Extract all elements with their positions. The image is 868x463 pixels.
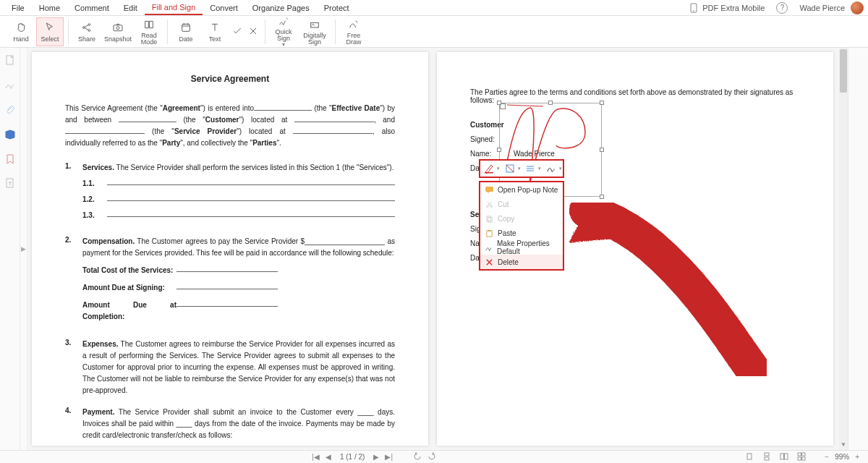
- workspace: ▶ Service Agreement This Service Agreeme…: [0, 48, 868, 450]
- ribbon: Hand Select Share Snapshot Read Mode Dat…: [0, 16, 868, 48]
- page-1: Service Agreement This Service Agreement…: [32, 52, 428, 446]
- svg-rect-25: [780, 454, 784, 459]
- cut-icon: [485, 200, 493, 208]
- delete-icon: [485, 258, 493, 266]
- menu-home[interactable]: Home: [32, 1, 67, 14]
- checkmark-button[interactable]: [230, 17, 244, 46]
- share-button[interactable]: Share: [73, 17, 101, 46]
- first-page-button[interactable]: |◀: [309, 453, 323, 461]
- svg-rect-5: [114, 25, 122, 30]
- svg-point-2: [83, 26, 85, 28]
- menu-edit[interactable]: Edit: [116, 1, 145, 14]
- view-two-continuous[interactable]: [794, 452, 809, 462]
- note-icon: [485, 185, 493, 194]
- svg-rect-14: [485, 172, 493, 174]
- vertical-scrollbar[interactable]: ▲ ▼: [839, 48, 848, 450]
- menu-fill-and-sign[interactable]: Fill and Sign: [145, 1, 203, 15]
- fill-color-tool[interactable]: [502, 162, 518, 175]
- right-panel-tabs: [848, 48, 868, 450]
- menu-comment[interactable]: Comment: [67, 1, 116, 14]
- pdf-extra-mobile[interactable]: PDF Extra Mobile: [684, 3, 770, 13]
- doc-intro: This Service Agreement (the "Agreement")…: [65, 103, 395, 149]
- digitally-sign-button[interactable]: Digitally Sign: [299, 17, 331, 46]
- last-page-button[interactable]: ▶|: [382, 453, 396, 461]
- export-panel-icon[interactable]: [4, 178, 16, 190]
- menu-protect[interactable]: Protect: [317, 1, 357, 14]
- svg-point-6: [116, 26, 119, 29]
- ctx-open-popup-note[interactable]: Open Pop-up Note: [480, 182, 563, 197]
- ctx-paste[interactable]: Paste: [480, 226, 563, 240]
- svg-rect-23: [765, 453, 769, 456]
- svg-point-3: [88, 23, 90, 25]
- view-continuous[interactable]: [760, 452, 774, 462]
- read-mode-button[interactable]: Read Mode: [135, 17, 163, 46]
- stroke-color-tool[interactable]: [481, 162, 497, 175]
- menu-convert[interactable]: Convert: [203, 1, 245, 14]
- ctx-copy[interactable]: Copy: [480, 211, 563, 226]
- bookmark-panel-icon[interactable]: [4, 153, 16, 165]
- context-menu: Open Pop-up Note Cut Copy Paste Make Pro…: [479, 181, 564, 271]
- annotation-toolbar: ▾ ▾ ▾ ▾: [479, 159, 564, 178]
- date-button[interactable]: Date: [172, 17, 200, 46]
- svg-rect-7: [182, 24, 190, 31]
- paste-icon: [485, 229, 493, 237]
- quick-sign-button[interactable]: Quick Sign▾: [270, 17, 297, 46]
- ctx-cut[interactable]: Cut: [480, 197, 563, 211]
- ctx-make-default[interactable]: Make Properties Default: [480, 240, 563, 255]
- view-single-page[interactable]: [742, 452, 757, 462]
- view-two-page[interactable]: [777, 452, 791, 462]
- document-area[interactable]: Service Agreement This Service Agreement…: [27, 48, 841, 450]
- left-collapse-handle[interactable]: ▶: [20, 48, 27, 450]
- left-panel-tabs: [0, 48, 20, 450]
- help-icon: ?: [776, 2, 788, 14]
- phone-icon: [689, 3, 698, 13]
- menu-file[interactable]: File: [4, 1, 32, 14]
- scroll-thumb[interactable]: [840, 49, 847, 93]
- svg-rect-20: [486, 230, 491, 236]
- svg-rect-19: [488, 217, 492, 221]
- properties-icon: [485, 243, 493, 252]
- rotate-right-button[interactable]: [425, 452, 439, 462]
- next-page-button[interactable]: ▶: [370, 453, 382, 461]
- copy-icon: [485, 214, 493, 223]
- avatar[interactable]: [851, 1, 864, 14]
- svg-rect-26: [785, 454, 788, 459]
- zoom-in-button[interactable]: +: [852, 453, 862, 461]
- svg-rect-21: [488, 229, 490, 231]
- zoom-out-button[interactable]: −: [822, 453, 832, 461]
- svg-rect-24: [765, 457, 769, 460]
- x-mark-button[interactable]: [246, 17, 260, 46]
- svg-rect-22: [747, 454, 752, 459]
- page-indicator: 1 (1 / 2): [334, 453, 370, 461]
- pages-panel-icon[interactable]: [4, 55, 16, 67]
- svg-rect-29: [798, 457, 801, 460]
- snapshot-button[interactable]: Snapshot: [102, 17, 134, 46]
- menubar: File Home Comment Edit Fill and Sign Con…: [0, 0, 868, 16]
- signature-intro: The Parties agree to the terms and condi…: [470, 88, 812, 104]
- svg-rect-27: [798, 453, 801, 456]
- help-button[interactable]: ?: [770, 2, 793, 14]
- select-tool[interactable]: Select: [36, 17, 64, 46]
- line-style-tool[interactable]: [543, 162, 559, 175]
- text-button[interactable]: Text: [201, 17, 229, 46]
- menu-organize-pages[interactable]: Organize Pages: [245, 1, 317, 14]
- ctx-delete[interactable]: Delete: [480, 255, 563, 269]
- free-draw-button[interactable]: Free Draw: [340, 17, 367, 46]
- svg-rect-18: [486, 216, 490, 220]
- statusbar: |◀ ◀ 1 (1 / 2) ▶ ▶| − 99% +: [0, 450, 868, 463]
- svg-point-1: [693, 10, 694, 12]
- bookmarks-panel-icon[interactable]: [4, 129, 16, 140]
- rotate-left-button[interactable]: [410, 452, 425, 462]
- prev-page-button[interactable]: ◀: [323, 453, 334, 461]
- scroll-down-icon[interactable]: ▼: [839, 441, 848, 450]
- line-width-tool[interactable]: [522, 162, 538, 175]
- hand-tool[interactable]: Hand: [7, 17, 35, 46]
- svg-rect-28: [802, 453, 806, 456]
- attachments-panel-icon[interactable]: [4, 104, 16, 116]
- doc-title: Service Agreement: [65, 74, 395, 84]
- svg-rect-30: [802, 457, 806, 460]
- svg-point-4: [88, 29, 90, 31]
- sign-panel-icon[interactable]: [4, 80, 16, 91]
- username-label[interactable]: Wade Pierce: [793, 4, 851, 12]
- mobile-label: PDF Extra Mobile: [702, 4, 765, 12]
